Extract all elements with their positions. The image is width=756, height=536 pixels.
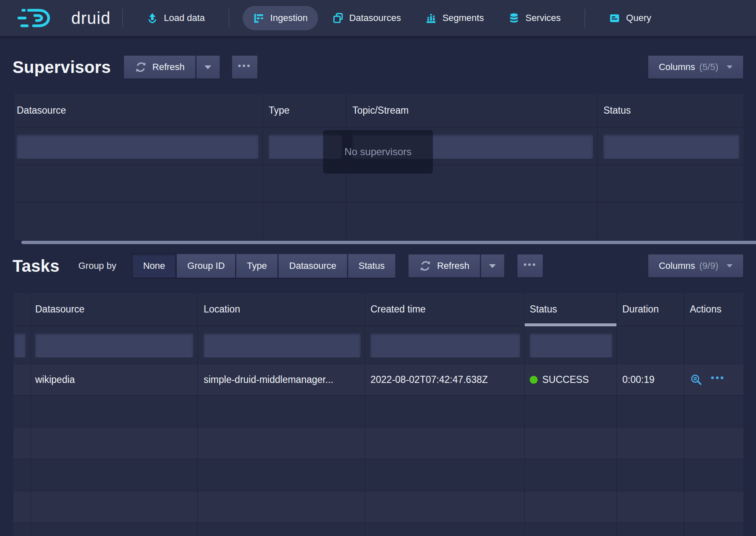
horizontal-scrollbar[interactable] xyxy=(21,241,756,244)
column-header-datasource[interactable]: Datasource xyxy=(15,94,263,127)
task-table-row[interactable]: wikipedia simple-druid-middlemanager... … xyxy=(13,364,743,395)
expander-filter-input[interactable] xyxy=(14,333,26,357)
column-header-duration[interactable]: Duration xyxy=(617,293,684,326)
nav-item-label: Segments xyxy=(443,13,484,23)
task-detail-search-icon[interactable] xyxy=(690,373,702,386)
group-by-label: Group by xyxy=(78,260,117,271)
druid-logo[interactable]: druid xyxy=(16,6,111,30)
services-icon xyxy=(508,13,520,24)
supervisors-columns-button[interactable]: Columns (5/5) xyxy=(648,55,743,79)
task-duration: 0:00:19 xyxy=(617,364,684,395)
nav-load-data[interactable]: Load data xyxy=(136,6,215,30)
task-location: simple-druid-middlemanager... xyxy=(198,364,365,395)
tasks-header-row: Datasource Location Created time Status … xyxy=(13,293,743,326)
datasource-filter-input[interactable] xyxy=(17,134,259,159)
tasks-refresh-split-button: Refresh xyxy=(408,254,505,278)
nav-item-label: Services xyxy=(526,13,561,23)
status-badge: SUCCESS xyxy=(542,374,589,385)
column-header-topic-stream[interactable]: Topic/Stream xyxy=(347,94,598,127)
caret-down-icon xyxy=(489,264,496,268)
nav-segments[interactable]: Segments xyxy=(415,6,495,30)
task-created-time: 2022-08-02T07:42:47.638Z xyxy=(365,364,525,395)
task-status-cell: SUCCESS xyxy=(525,364,617,395)
column-header-status[interactable]: Status xyxy=(598,94,743,127)
tasks-more-button[interactable]: ••• xyxy=(517,254,543,278)
nav-divider xyxy=(229,9,229,27)
nav-item-label: Query xyxy=(626,13,651,23)
nav-query[interactable]: Query xyxy=(598,6,662,30)
empty-table-row xyxy=(15,203,743,240)
brand-text: druid xyxy=(71,9,111,28)
nav-item-label: Ingestion xyxy=(270,13,308,23)
query-icon xyxy=(609,13,620,24)
group-by-status-button[interactable]: Status xyxy=(347,254,396,278)
supervisors-header-row: Datasource Type Topic/Stream Status xyxy=(15,94,743,127)
column-header-created-time[interactable]: Created time xyxy=(365,293,525,326)
tasks-table: Datasource Location Created time Status … xyxy=(13,293,743,536)
column-header-status-sorted[interactable]: Status xyxy=(525,293,617,326)
refresh-button[interactable]: Refresh xyxy=(408,254,480,278)
status-filter-input[interactable] xyxy=(530,333,612,357)
druid-logo-icon xyxy=(16,6,65,30)
more-icon: ••• xyxy=(523,260,537,269)
task-expander-cell xyxy=(13,364,31,395)
nav-services[interactable]: Services xyxy=(498,6,571,30)
tasks-filter-row xyxy=(13,326,743,364)
empty-table-row xyxy=(13,491,743,523)
columns-label: Columns xyxy=(659,62,695,73)
refresh-icon xyxy=(135,61,147,73)
task-datasource: wikipedia xyxy=(31,364,198,395)
nav-item-label: Datasources xyxy=(349,13,401,23)
top-navbar: druid Load data Ingestion Datasources xyxy=(0,0,756,36)
refresh-icon xyxy=(419,260,432,272)
caret-down-icon xyxy=(205,65,211,69)
more-icon: ••• xyxy=(238,61,251,70)
refresh-button[interactable]: Refresh xyxy=(124,55,196,79)
group-by-type-button[interactable]: Type xyxy=(236,254,278,278)
caret-down-icon xyxy=(727,264,733,268)
nav-divider xyxy=(585,9,585,27)
load-data-icon xyxy=(147,13,158,24)
tasks-title: Tasks xyxy=(13,257,60,276)
refresh-interval-button[interactable] xyxy=(480,254,505,278)
column-header-expander xyxy=(13,293,31,326)
nav-item-label: Load data xyxy=(164,13,205,23)
supervisors-more-button[interactable]: ••• xyxy=(232,55,258,79)
tasks-columns-button[interactable]: Columns (9/9) xyxy=(648,254,743,278)
columns-count: (5/5) xyxy=(699,62,718,73)
status-filter-input[interactable] xyxy=(603,134,739,159)
refresh-label: Refresh xyxy=(437,260,469,271)
empty-table-row xyxy=(13,523,743,536)
created-time-filter-input[interactable] xyxy=(370,333,520,357)
location-filter-input[interactable] xyxy=(204,333,360,357)
group-by-group-id-button[interactable]: Group ID xyxy=(176,254,236,278)
column-header-datasource[interactable]: Datasource xyxy=(31,293,198,326)
task-actions-more-icon[interactable]: ••• xyxy=(711,373,725,383)
supervisors-table: Datasource Type Topic/Stream Status No s… xyxy=(15,94,743,240)
refresh-label: Refresh xyxy=(153,62,185,73)
empty-table-row xyxy=(13,459,743,491)
datasources-icon xyxy=(332,13,343,24)
group-by-button-group: None Group ID Type Datasource Status xyxy=(132,254,395,278)
supervisors-toolbar: Supervisors Refresh ••• Col xyxy=(13,55,743,80)
nav-ingestion[interactable]: Ingestion xyxy=(243,6,318,30)
nav-datasources[interactable]: Datasources xyxy=(321,6,412,30)
status-success-dot xyxy=(530,376,538,384)
no-supervisors-message: No supervisors xyxy=(323,130,433,174)
group-by-datasource-button[interactable]: Datasource xyxy=(278,254,347,278)
caret-down-icon xyxy=(727,65,733,69)
group-by-none-button[interactable]: None xyxy=(132,254,176,278)
nav-divider xyxy=(122,9,123,27)
empty-table-row xyxy=(13,395,743,427)
column-header-type[interactable]: Type xyxy=(263,94,347,127)
task-actions-cell: ••• xyxy=(684,364,743,395)
segments-icon xyxy=(425,13,437,24)
column-header-location[interactable]: Location xyxy=(198,293,365,326)
column-header-actions[interactable]: Actions xyxy=(684,293,743,326)
supervisors-refresh-split-button: Refresh xyxy=(124,55,220,79)
datasource-filter-input[interactable] xyxy=(35,333,193,357)
columns-label: Columns xyxy=(659,260,695,271)
refresh-interval-button[interactable] xyxy=(196,55,220,79)
supervisors-title: Supervisors xyxy=(13,58,111,77)
columns-count: (9/9) xyxy=(699,260,718,271)
